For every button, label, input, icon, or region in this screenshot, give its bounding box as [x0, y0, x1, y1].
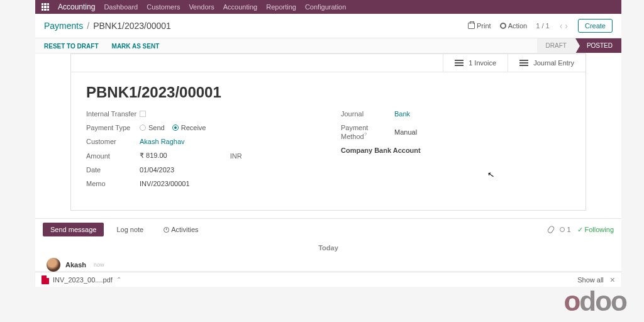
chevron-up-icon[interactable]: ⌃: [116, 276, 121, 283]
print-button[interactable]: Print: [468, 22, 491, 30]
value-amount: ₹ 819.00: [140, 152, 167, 160]
internal-transfer-checkbox[interactable]: [140, 111, 146, 117]
label-date: Date: [86, 166, 140, 174]
chatter-today-separator: Today: [35, 240, 621, 255]
label-amount: Amount: [86, 152, 140, 160]
close-icon[interactable]: ×: [610, 275, 615, 285]
odoo-logo: odoo: [564, 286, 626, 317]
reset-to-draft-button[interactable]: RESET TO DRAFT: [44, 43, 98, 50]
tab-log-note[interactable]: Log note: [109, 223, 151, 236]
mouse-cursor: ↖: [487, 169, 495, 180]
value-memo: INV/2023/00001: [140, 180, 190, 187]
pdf-icon: [42, 275, 49, 284]
following-button[interactable]: ✓Following: [577, 226, 614, 234]
menu-accounting[interactable]: Accounting: [223, 3, 257, 11]
attachment-icon[interactable]: [547, 225, 555, 234]
control-bar: Payments / PBNK1/2023/00001 Print Action…: [35, 14, 621, 38]
pager-arrows: ‹›: [558, 21, 569, 31]
clock-icon: [164, 227, 169, 233]
menu-reporting[interactable]: Reporting: [266, 3, 296, 11]
tab-activities[interactable]: Activities: [156, 223, 206, 236]
list-icon: [455, 60, 464, 66]
check-icon: ✓: [577, 226, 583, 234]
gear-icon: [500, 23, 506, 29]
stage-posted[interactable]: POSTED: [575, 38, 621, 53]
create-button[interactable]: Create: [578, 19, 613, 33]
menu-vendors[interactable]: Vendors: [189, 3, 214, 11]
message-time: now: [94, 262, 104, 268]
download-bar: INV_2023_00....pdf ⌃ Show all ×: [35, 272, 621, 287]
pager: 1 / 1: [536, 22, 549, 30]
label-company-bank: Company Bank Account: [341, 147, 421, 154]
download-file[interactable]: INV_2023_00....pdf ⌃: [42, 275, 121, 284]
action-button[interactable]: Action: [500, 22, 528, 30]
status-bar: RESET TO DRAFT MARK AS SENT DRAFT POSTED: [35, 38, 621, 53]
apps-icon[interactable]: [42, 3, 49, 11]
message-author[interactable]: Akash: [65, 261, 86, 269]
value-journal[interactable]: Bank: [394, 110, 410, 118]
radio-send[interactable]: Send: [140, 124, 165, 131]
breadcrumb-separator: /: [87, 21, 89, 31]
tab-send-message[interactable]: Send message: [43, 223, 104, 236]
followers-count[interactable]: 1: [560, 226, 570, 233]
app-title[interactable]: Accounting: [58, 3, 95, 11]
avatar[interactable]: [47, 258, 60, 272]
smart-btn-journal-entry[interactable]: Journal Entry: [508, 54, 586, 72]
breadcrumb-current: PBNK1/2023/00001: [93, 21, 171, 31]
menu-customers[interactable]: Customers: [147, 3, 180, 11]
chatter: Send message Log note Activities 1 ✓Foll…: [35, 218, 621, 274]
label-payment-method: Payment Method?: [341, 124, 394, 140]
list-icon: [519, 60, 528, 66]
radio-receive[interactable]: Receive: [172, 124, 206, 131]
status-stages: DRAFT POSTED: [537, 38, 621, 53]
value-payment-method: Manual: [394, 128, 417, 136]
value-currency: INR: [230, 152, 242, 160]
user-icon: [560, 227, 565, 232]
breadcrumb: Payments / PBNK1/2023/00001: [44, 21, 171, 31]
value-customer[interactable]: Akash Raghav: [140, 138, 185, 145]
value-date: 01/04/2023: [140, 166, 174, 174]
pager-next[interactable]: ›: [564, 21, 569, 31]
pager-prev[interactable]: ‹: [558, 21, 564, 31]
label-journal: Journal: [341, 110, 394, 118]
print-icon: [468, 23, 475, 29]
show-all-downloads[interactable]: Show all: [577, 276, 604, 284]
label-internal-transfer: Internal Transfer: [86, 110, 140, 118]
record-title: PBNK1/2023/00001: [86, 84, 570, 101]
form-sheet: 1 Invoice Journal Entry PBNK1/2023/00001…: [70, 53, 586, 211]
label-customer: Customer: [86, 138, 140, 145]
label-memo: Memo: [86, 180, 140, 187]
smart-btn-invoice[interactable]: 1 Invoice: [443, 54, 508, 72]
label-payment-type: Payment Type: [86, 124, 140, 131]
breadcrumb-parent[interactable]: Payments: [44, 21, 83, 31]
menu-configuration[interactable]: Configuration: [305, 3, 346, 11]
stage-draft[interactable]: DRAFT: [537, 38, 575, 53]
menu-dashboard[interactable]: Dashboard: [104, 3, 138, 11]
mark-as-sent-button[interactable]: MARK AS SENT: [112, 43, 160, 50]
top-menubar: Accounting Dashboard Customers Vendors A…: [35, 0, 621, 14]
